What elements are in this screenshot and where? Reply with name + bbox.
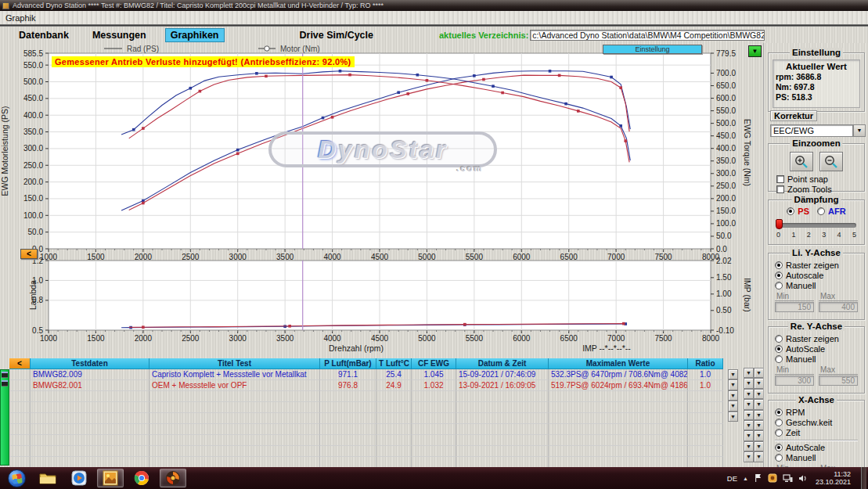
tab-messungen[interactable]: Messungen bbox=[88, 29, 151, 41]
table-row-empty[interactable] bbox=[9, 391, 728, 402]
manuell-radio[interactable] bbox=[775, 454, 783, 462]
zeit-radio[interactable] bbox=[775, 429, 783, 437]
col-header-titel-test[interactable]: Titel Test bbox=[149, 358, 320, 369]
re-y-autoscale-row[interactable]: AutoScale bbox=[775, 344, 864, 354]
manuell-radio[interactable] bbox=[775, 355, 783, 363]
re-y-max-field[interactable]: 550 bbox=[819, 376, 858, 386]
tray-app-icon[interactable] bbox=[768, 473, 777, 483]
clock[interactable]: 11:32 23.10.2021 bbox=[816, 470, 851, 486]
col-header-ratio[interactable]: Ratio bbox=[688, 358, 723, 369]
col-header-t-luft[interactable]: T Luft°C bbox=[376, 358, 412, 369]
point-snap-row[interactable]: Point snap bbox=[776, 174, 864, 184]
dyno-app-taskbar-button[interactable] bbox=[160, 469, 186, 487]
x-manuell-row[interactable]: Manuell bbox=[775, 453, 864, 462]
einstellung-button[interactable]: Einstellung bbox=[603, 45, 702, 54]
afr-radio-row[interactable]: AFR bbox=[817, 207, 846, 216]
col-header-maximalen-werte[interactable]: Maximalen Werte bbox=[549, 358, 688, 369]
tab-graphiken[interactable]: Graphiken bbox=[165, 28, 225, 42]
x-geschw-row[interactable]: Geschw.keit bbox=[775, 418, 864, 427]
menu-graphik[interactable]: Graphik bbox=[5, 13, 36, 23]
spinner-down-button[interactable]: ▼ bbox=[744, 410, 754, 420]
start-button[interactable] bbox=[3, 469, 30, 487]
tab-drive-sim-cycle[interactable]: Drive Sim/Cycle bbox=[295, 29, 379, 41]
zoom-in-button[interactable] bbox=[790, 152, 813, 171]
x-zeit-row[interactable]: Zeit bbox=[775, 428, 864, 437]
current-directory-field[interactable]: c:\Advanced Dyno Station\data\BMW\M4 Com… bbox=[530, 30, 765, 41]
x-autoscale-row[interactable]: AutoScale bbox=[775, 443, 864, 452]
table-row-empty[interactable] bbox=[9, 424, 728, 435]
spinner-down-button[interactable]: ▼ bbox=[744, 430, 754, 440]
spinner-down-button[interactable]: ▼ bbox=[728, 379, 738, 390]
manuell-radio[interactable] bbox=[775, 282, 783, 289]
zoom-out-button[interactable] bbox=[819, 152, 843, 171]
li-y-max-field[interactable]: 400 bbox=[819, 302, 858, 312]
re-y-raster-row[interactable]: Raster zeigen bbox=[775, 334, 864, 343]
green-dropdown-button[interactable]: ▼ bbox=[748, 45, 762, 57]
afr-radio[interactable] bbox=[817, 207, 825, 215]
li-y-min-field[interactable]: 150 bbox=[775, 302, 814, 312]
table-row-empty[interactable] bbox=[9, 446, 728, 457]
li-y-autoscale-row[interactable]: Autoscale bbox=[775, 271, 864, 280]
table-row-empty[interactable] bbox=[9, 435, 728, 446]
action-center-flag-icon[interactable] bbox=[754, 473, 762, 483]
show-hidden-icons-icon[interactable]: ▲ bbox=[743, 476, 748, 481]
media-player-taskbar-button[interactable] bbox=[66, 469, 92, 487]
spinner-down-button[interactable]: ▼ bbox=[728, 401, 738, 411]
spinner-down-button[interactable]: ▼ bbox=[728, 369, 738, 379]
korrektur-dropdown[interactable]: EEC/EWG ▼ bbox=[770, 124, 866, 137]
li-y-manuell-row[interactable]: Manuell bbox=[775, 281, 864, 290]
raster-zeigen-radio[interactable] bbox=[775, 335, 783, 343]
autoscale-radio[interactable] bbox=[775, 444, 783, 451]
dropdown-arrow-icon[interactable]: ▼ bbox=[853, 124, 866, 137]
explorer-taskbar-button[interactable] bbox=[34, 469, 61, 487]
dyno-chart-area[interactable]: 585.5550.0500.0450.0400.0350.0300.0250.0… bbox=[0, 43, 868, 358]
ps-radio-row[interactable]: PS bbox=[787, 207, 809, 216]
spinner-down-button[interactable]: ▼ bbox=[728, 412, 738, 422]
spinner-down-button[interactable]: ▼ bbox=[744, 441, 754, 451]
table-row-empty[interactable] bbox=[9, 413, 728, 424]
slider-handle[interactable] bbox=[776, 219, 783, 229]
network-icon[interactable] bbox=[783, 474, 793, 483]
chrome-taskbar-button[interactable] bbox=[128, 469, 155, 487]
slider-track[interactable] bbox=[776, 223, 856, 228]
show-desktop-button[interactable] bbox=[861, 467, 866, 489]
row-icon[interactable] bbox=[2, 380, 8, 387]
col-header-p-luft[interactable]: P Luft(mBar) bbox=[320, 358, 376, 369]
zoom-tools-checkbox[interactable] bbox=[776, 185, 784, 193]
spinner-down-button[interactable]: ▼ bbox=[744, 389, 754, 399]
rpm-radio[interactable] bbox=[775, 408, 783, 416]
table-row-empty[interactable] bbox=[9, 457, 728, 468]
col-header-cf-ewg[interactable]: CF EWG bbox=[412, 358, 456, 369]
point-snap-checkbox[interactable] bbox=[776, 175, 784, 183]
tab-datenbank[interactable]: Datenbank bbox=[14, 29, 74, 41]
li-y-raster-row[interactable]: Raster zeigen bbox=[775, 261, 864, 270]
autoscale-radio[interactable] bbox=[775, 345, 783, 353]
row-icon[interactable] bbox=[2, 372, 8, 378]
col-header-testdaten[interactable]: Testdaten bbox=[31, 358, 149, 369]
table-row-bmwg82-009[interactable]: BMWG82.009 Capristo Komplett + Messstell… bbox=[9, 369, 728, 380]
spinner-down-button[interactable]: ▼ bbox=[744, 451, 754, 462]
spinner-down-button[interactable]: ▼ bbox=[744, 399, 754, 409]
damping-slider[interactable] bbox=[776, 219, 856, 230]
photo-viewer-taskbar-button[interactable] bbox=[97, 469, 124, 487]
table-back-button[interactable]: < bbox=[9, 358, 31, 369]
dyno-chart-svg[interactable]: 585.5550.0500.0450.0400.0350.0300.0250.0… bbox=[0, 43, 751, 358]
spinner-down-button[interactable]: ▼ bbox=[744, 420, 754, 430]
raster-zeigen-radio[interactable] bbox=[775, 261, 783, 269]
spinner-down-button[interactable]: ▼ bbox=[728, 390, 738, 401]
volume-icon[interactable] bbox=[798, 474, 808, 483]
autoscale-radio[interactable] bbox=[775, 271, 783, 279]
table-row-bmwg82-001[interactable]: BMWG82.001 OEM + Messstelle vor OPF 976.… bbox=[9, 380, 728, 391]
re-y-min-field[interactable]: 300 bbox=[775, 376, 814, 386]
col-header-datum-zeit[interactable]: Datum & Zeit bbox=[456, 358, 549, 369]
table-row-empty[interactable] bbox=[9, 402, 728, 413]
zoom-tools-row[interactable]: Zoom Tools bbox=[776, 185, 864, 194]
spinner-down-button[interactable]: ▼ bbox=[744, 378, 754, 388]
ps-radio[interactable] bbox=[787, 207, 794, 215]
re-y-manuell-row[interactable]: Manuell bbox=[775, 354, 864, 364]
lambda-back-button[interactable]: < bbox=[20, 249, 38, 259]
spinner-down-button[interactable]: ▼ bbox=[744, 368, 754, 378]
x-rpm-row[interactable]: RPM bbox=[775, 408, 864, 417]
geschwindigkeit-radio[interactable] bbox=[775, 419, 783, 426]
language-indicator[interactable]: DE bbox=[727, 474, 737, 483]
